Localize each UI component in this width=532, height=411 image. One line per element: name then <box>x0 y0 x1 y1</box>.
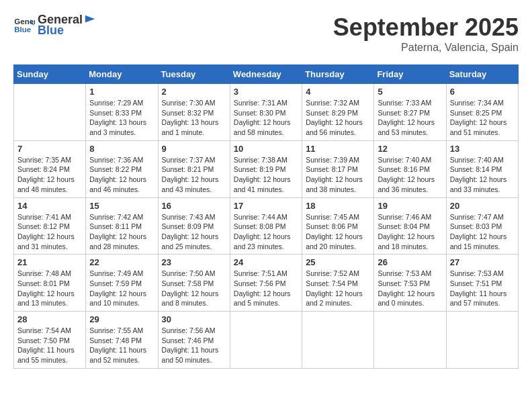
day-info: Sunrise: 7:32 AM Sunset: 8:29 PM Dayligh… <box>306 98 370 138</box>
day-number: 8 <box>89 144 154 154</box>
day-number: 13 <box>450 144 515 154</box>
day-info: Sunrise: 7:53 AM Sunset: 7:53 PM Dayligh… <box>378 269 442 308</box>
day-number: 11 <box>306 144 370 154</box>
day-info: Sunrise: 7:36 AM Sunset: 8:22 PM Dayligh… <box>89 155 154 195</box>
day-info: Sunrise: 7:29 AM Sunset: 8:33 PM Dayligh… <box>89 98 154 138</box>
calendar-cell: 18Sunrise: 7:45 AM Sunset: 8:06 PM Dayli… <box>302 197 374 255</box>
calendar-cell: 6Sunrise: 7:34 AM Sunset: 8:25 PM Daylig… <box>446 84 518 141</box>
calendar-cell <box>374 312 446 369</box>
day-info: Sunrise: 7:39 AM Sunset: 8:17 PM Dayligh… <box>306 155 370 195</box>
calendar-cell: 20Sunrise: 7:47 AM Sunset: 8:03 PM Dayli… <box>446 197 518 255</box>
title-area: September 2025 Paterna, Valencia, Spain <box>333 13 519 54</box>
day-info: Sunrise: 7:48 AM Sunset: 8:01 PM Dayligh… <box>17 269 82 308</box>
day-info: Sunrise: 7:33 AM Sunset: 8:27 PM Dayligh… <box>378 98 442 138</box>
day-number: 4 <box>306 87 370 97</box>
day-number: 15 <box>89 201 154 211</box>
calendar-cell: 29Sunrise: 7:55 AM Sunset: 7:48 PM Dayli… <box>86 312 158 369</box>
day-info: Sunrise: 7:40 AM Sunset: 8:16 PM Dayligh… <box>378 155 442 195</box>
day-info: Sunrise: 7:41 AM Sunset: 8:12 PM Dayligh… <box>17 212 82 252</box>
day-number: 25 <box>306 257 370 267</box>
calendar-cell: 22Sunrise: 7:49 AM Sunset: 7:59 PM Dayli… <box>86 255 158 312</box>
logo: General Blue General Blue <box>13 13 96 38</box>
day-number: 10 <box>234 144 298 154</box>
weekday-header-friday: Friday <box>374 65 446 84</box>
location-title: Paterna, Valencia, Spain <box>333 42 519 54</box>
day-info: Sunrise: 7:47 AM Sunset: 8:03 PM Dayligh… <box>450 212 515 252</box>
weekday-header-sunday: Sunday <box>14 65 86 84</box>
calendar-cell <box>446 312 518 369</box>
day-info: Sunrise: 7:43 AM Sunset: 8:09 PM Dayligh… <box>162 212 226 252</box>
day-number: 12 <box>378 144 442 154</box>
calendar-cell: 5Sunrise: 7:33 AM Sunset: 8:27 PM Daylig… <box>374 84 446 141</box>
calendar-cell: 21Sunrise: 7:48 AM Sunset: 8:01 PM Dayli… <box>14 255 86 312</box>
calendar-week-row: 1Sunrise: 7:29 AM Sunset: 8:33 PM Daylig… <box>14 84 519 141</box>
weekday-header-monday: Monday <box>86 65 158 84</box>
calendar-cell: 14Sunrise: 7:41 AM Sunset: 8:12 PM Dayli… <box>14 197 86 255</box>
day-number: 1 <box>89 87 154 97</box>
calendar-week-row: 21Sunrise: 7:48 AM Sunset: 8:01 PM Dayli… <box>14 255 519 312</box>
weekday-header-tuesday: Tuesday <box>158 65 230 84</box>
calendar-cell: 26Sunrise: 7:53 AM Sunset: 7:53 PM Dayli… <box>374 255 446 312</box>
calendar-cell: 3Sunrise: 7:31 AM Sunset: 8:30 PM Daylig… <box>230 84 302 141</box>
day-info: Sunrise: 7:56 AM Sunset: 7:46 PM Dayligh… <box>162 326 226 365</box>
calendar-week-row: 14Sunrise: 7:41 AM Sunset: 8:12 PM Dayli… <box>14 197 519 255</box>
calendar-cell: 27Sunrise: 7:53 AM Sunset: 7:51 PM Dayli… <box>446 255 518 312</box>
calendar-header-row: SundayMondayTuesdayWednesdayThursdayFrid… <box>14 65 519 84</box>
day-number: 17 <box>234 201 298 211</box>
day-number: 29 <box>89 314 154 324</box>
day-info: Sunrise: 7:42 AM Sunset: 8:11 PM Dayligh… <box>89 212 154 252</box>
month-title: September 2025 <box>333 13 519 42</box>
calendar-cell: 10Sunrise: 7:38 AM Sunset: 8:19 PM Dayli… <box>230 140 302 197</box>
day-info: Sunrise: 7:30 AM Sunset: 8:32 PM Dayligh… <box>162 98 226 138</box>
calendar-week-row: 28Sunrise: 7:54 AM Sunset: 7:50 PM Dayli… <box>14 312 519 369</box>
day-number: 2 <box>162 87 226 97</box>
calendar-cell: 7Sunrise: 7:35 AM Sunset: 8:24 PM Daylig… <box>14 140 86 197</box>
day-number: 5 <box>378 87 442 97</box>
day-number: 28 <box>17 314 82 324</box>
calendar-cell: 15Sunrise: 7:42 AM Sunset: 8:11 PM Dayli… <box>86 197 158 255</box>
calendar-cell: 1Sunrise: 7:29 AM Sunset: 8:33 PM Daylig… <box>86 84 158 141</box>
calendar-cell: 2Sunrise: 7:30 AM Sunset: 8:32 PM Daylig… <box>158 84 230 141</box>
calendar-cell <box>14 84 86 141</box>
day-number: 23 <box>162 257 226 267</box>
day-info: Sunrise: 7:37 AM Sunset: 8:21 PM Dayligh… <box>162 155 226 195</box>
calendar-cell: 8Sunrise: 7:36 AM Sunset: 8:22 PM Daylig… <box>86 140 158 197</box>
calendar-cell: 24Sunrise: 7:51 AM Sunset: 7:56 PM Dayli… <box>230 255 302 312</box>
day-number: 24 <box>234 257 298 267</box>
weekday-header-thursday: Thursday <box>302 65 374 84</box>
day-info: Sunrise: 7:53 AM Sunset: 7:51 PM Dayligh… <box>450 269 515 308</box>
svg-marker-3 <box>85 15 95 23</box>
day-number: 16 <box>162 201 226 211</box>
day-number: 21 <box>17 257 82 267</box>
calendar-cell: 11Sunrise: 7:39 AM Sunset: 8:17 PM Dayli… <box>302 140 374 197</box>
day-number: 19 <box>378 201 442 211</box>
calendar-cell: 30Sunrise: 7:56 AM Sunset: 7:46 PM Dayli… <box>158 312 230 369</box>
day-info: Sunrise: 7:45 AM Sunset: 8:06 PM Dayligh… <box>306 212 370 252</box>
day-number: 3 <box>234 87 298 97</box>
day-info: Sunrise: 7:52 AM Sunset: 7:54 PM Dayligh… <box>306 269 370 308</box>
calendar-cell: 16Sunrise: 7:43 AM Sunset: 8:09 PM Dayli… <box>158 197 230 255</box>
calendar-cell: 25Sunrise: 7:52 AM Sunset: 7:54 PM Dayli… <box>302 255 374 312</box>
day-number: 26 <box>378 257 442 267</box>
calendar-cell: 19Sunrise: 7:46 AM Sunset: 8:04 PM Dayli… <box>374 197 446 255</box>
calendar-cell: 28Sunrise: 7:54 AM Sunset: 7:50 PM Dayli… <box>14 312 86 369</box>
day-info: Sunrise: 7:44 AM Sunset: 8:08 PM Dayligh… <box>234 212 298 252</box>
day-info: Sunrise: 7:35 AM Sunset: 8:24 PM Dayligh… <box>17 155 82 195</box>
calendar-cell: 13Sunrise: 7:40 AM Sunset: 8:14 PM Dayli… <box>446 140 518 197</box>
day-info: Sunrise: 7:54 AM Sunset: 7:50 PM Dayligh… <box>17 326 82 365</box>
calendar-cell: 9Sunrise: 7:37 AM Sunset: 8:21 PM Daylig… <box>158 140 230 197</box>
day-info: Sunrise: 7:31 AM Sunset: 8:30 PM Dayligh… <box>234 98 298 138</box>
page-header: General Blue General Blue September 2025… <box>13 13 519 54</box>
calendar-cell: 4Sunrise: 7:32 AM Sunset: 8:29 PM Daylig… <box>302 84 374 141</box>
day-number: 22 <box>89 257 154 267</box>
day-info: Sunrise: 7:38 AM Sunset: 8:19 PM Dayligh… <box>234 155 298 195</box>
day-number: 7 <box>17 144 82 154</box>
day-number: 14 <box>17 201 82 211</box>
calendar-cell: 12Sunrise: 7:40 AM Sunset: 8:16 PM Dayli… <box>374 140 446 197</box>
day-number: 30 <box>162 314 226 324</box>
calendar-cell: 23Sunrise: 7:50 AM Sunset: 7:58 PM Dayli… <box>158 255 230 312</box>
day-info: Sunrise: 7:34 AM Sunset: 8:25 PM Dayligh… <box>450 98 515 138</box>
calendar-cell <box>302 312 374 369</box>
logo-icon: General Blue <box>13 15 35 36</box>
calendar-table: SundayMondayTuesdayWednesdayThursdayFrid… <box>13 64 519 369</box>
